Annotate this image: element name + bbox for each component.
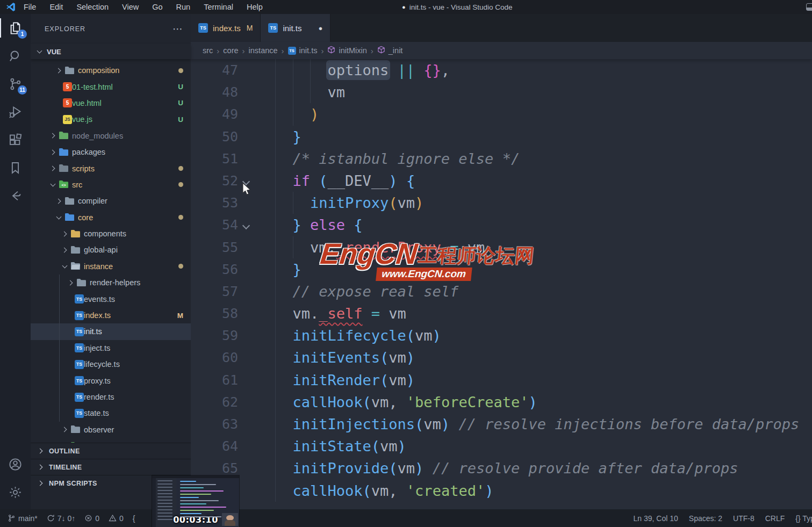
chevron-right-icon[interactable] <box>48 167 57 170</box>
code-line-64[interactable]: 64initState(vm) <box>191 435 812 457</box>
tree-item-composition[interactable]: composition <box>31 62 191 78</box>
tree-item-label: scripts <box>72 164 95 173</box>
menu-file[interactable]: File <box>24 3 36 11</box>
tree-item-src[interactable]: <>src <box>31 177 191 193</box>
tree-item-observer[interactable]: observer <box>31 422 191 438</box>
account-icon[interactable] <box>0 450 31 478</box>
tree-item-state-ts[interactable]: TSstate.ts <box>31 405 191 421</box>
tree-item-vue-html[interactable]: 5vue.htmlU <box>31 95 191 111</box>
source-control-icon[interactable]: 11 <box>0 70 31 98</box>
code-line-60[interactable]: 60initEvents(vm) <box>191 346 812 369</box>
toggle-panel-icon[interactable] <box>806 3 812 11</box>
menu-view[interactable]: View <box>122 3 139 11</box>
settings-gear-icon[interactable] <box>0 478 31 506</box>
code-line-61[interactable]: 61initRender(vm) <box>191 369 812 391</box>
menu-go[interactable]: Go <box>152 3 162 11</box>
tree-item-events-ts[interactable]: TSevents.ts <box>31 291 191 307</box>
chevron-right-icon[interactable] <box>48 150 57 154</box>
status-sync[interactable]: 7↓ 0↑ <box>47 514 75 523</box>
code-line-51[interactable]: 51/* istanbul ignore else */ <box>191 148 812 170</box>
breadcrumb-_init[interactable]: _init <box>377 46 403 55</box>
breadcrumb-init-ts[interactable]: TSinit.ts <box>288 46 318 55</box>
tree-item-instance[interactable]: instance <box>31 258 191 275</box>
code-line-50[interactable]: 50} <box>191 126 812 148</box>
tree-item-init-ts[interactable]: TSinit.ts <box>31 323 191 340</box>
breadcrumb-src[interactable]: src <box>203 46 213 55</box>
tree-item-components[interactable]: components <box>31 226 191 242</box>
tree-item-proxy-ts[interactable]: TSproxy.ts <box>31 372 191 388</box>
run-debug-icon[interactable] <box>0 98 31 126</box>
workspace-section-vue[interactable]: VUE <box>31 44 191 59</box>
menu-terminal[interactable]: Terminal <box>204 3 233 11</box>
chevron-right-icon[interactable] <box>60 248 69 252</box>
code-area[interactable]: 47options || {},48vm49)50}51/* istanbul … <box>191 59 812 509</box>
chevron-down-icon[interactable] <box>60 265 69 268</box>
breadcrumb-core[interactable]: core <box>223 46 238 55</box>
search-icon[interactable] <box>0 42 31 70</box>
tree-item-inject-ts[interactable]: TSinject.ts <box>31 340 191 356</box>
chevron-right-icon[interactable] <box>36 449 45 453</box>
code-line-49[interactable]: 49) <box>191 103 812 125</box>
tab-init-ts[interactable]: TSinit.ts● <box>261 14 330 42</box>
chevron-down-icon[interactable] <box>54 216 63 219</box>
panel-outline[interactable]: OUTLINE <box>31 443 191 459</box>
tree-item-index-ts[interactable]: TSindex.tsM <box>31 307 191 323</box>
code-line-59[interactable]: 59initLifecycle(vm) <box>191 324 812 346</box>
code-line-54[interactable]: 54} else { <box>191 214 812 236</box>
menu-selection[interactable]: Selection <box>76 3 109 11</box>
tree-item-render-ts[interactable]: TSrender.ts <box>31 389 191 405</box>
status-branch[interactable]: main* <box>8 514 38 523</box>
fold-chevron-icon[interactable] <box>242 222 250 229</box>
menu-help[interactable]: Help <box>247 3 263 11</box>
breadcrumb-initmixin[interactable]: initMixin <box>327 46 367 55</box>
status-{}[interactable]: {} TypeS <box>795 514 812 523</box>
chevron-right-icon[interactable] <box>36 465 45 469</box>
code-line-47[interactable]: 47options || {}, <box>191 59 812 81</box>
code-line-62[interactable]: 62callHook(vm, 'beforeCreate') <box>191 391 812 413</box>
code-line-63[interactable]: 63initInjections(vm) // resolve injectio… <box>191 413 812 435</box>
panel-timeline[interactable]: TIMELINE <box>31 459 191 475</box>
code-line-58[interactable]: 58vm._self = vm <box>191 302 812 324</box>
breadcrumb-instance[interactable]: instance <box>249 46 278 55</box>
menu-run[interactable]: Run <box>176 3 191 11</box>
menu-edit[interactable]: Edit <box>49 3 63 11</box>
tree-item-01-test-html[interactable]: 501-test.htmlU <box>31 78 191 95</box>
tree-item-global-api[interactable]: global-api <box>31 242 191 258</box>
explorer-actions-icon[interactable]: ⋯ <box>173 26 183 32</box>
status-ln[interactable]: Ln 39, Col 10 <box>634 514 678 523</box>
tab-index-ts[interactable]: TSindex.tsM <box>191 14 261 42</box>
chevron-right-icon[interactable] <box>66 281 75 285</box>
todo-tree-icon[interactable] <box>0 182 31 210</box>
chevron-right-icon[interactable] <box>48 134 57 138</box>
status-warning[interactable]: 0 <box>109 514 124 523</box>
extensions-icon[interactable] <box>0 126 31 154</box>
code-line-65[interactable]: 65initProvide(vm) // resolve provide aft… <box>191 457 812 479</box>
code-line-53[interactable]: 53initProxy(vm) <box>191 192 812 214</box>
tree-item-vue-js[interactable]: JSvue.jsU <box>31 111 191 127</box>
code-line-48[interactable]: 48vm <box>191 81 812 103</box>
chevron-down-icon[interactable] <box>48 184 57 186</box>
tree-item-node-modules[interactable]: node_modules <box>31 128 191 144</box>
chevron-right-icon[interactable] <box>54 69 63 73</box>
tree-item-compiler[interactable]: compiler <box>31 193 191 209</box>
tree-item-packages[interactable]: packages <box>31 144 191 160</box>
status-crlf[interactable]: CRLF <box>765 514 785 523</box>
tree-item-scripts[interactable]: scripts <box>31 160 191 176</box>
chevron-right-icon[interactable] <box>54 199 63 203</box>
bookmarks-icon[interactable] <box>0 154 31 182</box>
code-line-57[interactable]: 57// expose real self <box>191 280 812 302</box>
status-spaces[interactable]: Spaces: 2 <box>689 514 722 523</box>
explorer-icon[interactable]: 1 <box>0 14 31 42</box>
tree-item-core[interactable]: core <box>31 210 191 226</box>
chevron-right-icon[interactable] <box>36 481 45 485</box>
chevron-right-icon[interactable] <box>60 428 69 431</box>
status-error[interactable]: 0 <box>84 514 99 523</box>
code-line-66[interactable]: 66callHook(vm, 'created') <box>191 480 812 502</box>
code-line-52[interactable]: 52if (__DEV__) { <box>191 170 812 192</box>
status-fragment[interactable]: { <box>133 514 135 523</box>
status-utf-8[interactable]: UTF-8 <box>733 514 754 523</box>
video-overlay[interactable]: 00:03:10 <box>152 475 239 527</box>
tree-item-lifecycle-ts[interactable]: TSlifecycle.ts <box>31 356 191 372</box>
tree-item-render-helpers[interactable]: render-helpers <box>31 275 191 291</box>
chevron-right-icon[interactable] <box>60 232 69 236</box>
